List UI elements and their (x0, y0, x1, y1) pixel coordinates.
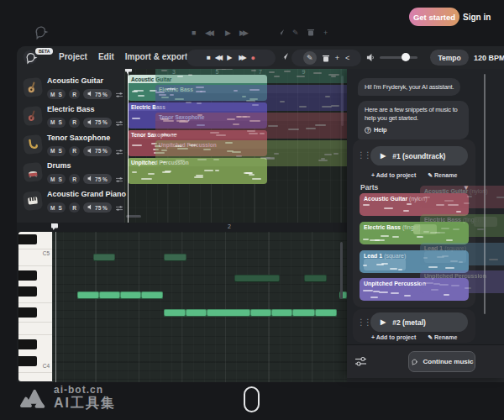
snippet1-add-to-project[interactable]: + Add to project (371, 172, 416, 179)
continue-music-button[interactable]: Continue music (408, 351, 475, 372)
sign-in-button[interactable]: Sign in (463, 13, 491, 22)
piano-note[interactable] (93, 254, 115, 261)
black-key[interactable] (18, 356, 37, 366)
solo-button[interactable]: S (59, 176, 62, 182)
master-volume-slider[interactable] (380, 56, 417, 59)
solo-button[interactable]: S (59, 92, 62, 97)
piano-note[interactable] (292, 309, 315, 317)
clip-drag-ghost-electric-bass[interactable]: Electric Bass (155, 85, 347, 111)
track-volume-pill[interactable]: 75 % (83, 174, 112, 184)
menu-edit[interactable]: Edit (98, 52, 114, 61)
arrangement-view[interactable]: 3579 Acoustic GuitarElectric BassTenor S… (124, 69, 347, 223)
generation-settings-icon[interactable] (354, 356, 367, 366)
assistant-scrollbar[interactable] (484, 74, 486, 314)
track-row[interactable]: Electric BassMSR75 % (17, 105, 124, 132)
piano-note[interactable] (141, 291, 163, 299)
piano-roll-grid[interactable] (52, 232, 347, 382)
part-card-lead-1[interactable]: Lead 1 (square) (360, 250, 469, 273)
record-arm-button[interactable]: R (69, 146, 80, 156)
menu-import-export[interactable]: Import & export (125, 52, 187, 61)
piano-note[interactable] (315, 309, 337, 317)
black-key[interactable] (18, 339, 37, 349)
solo-button[interactable]: S (59, 205, 62, 211)
speaker-icon[interactable] (366, 53, 375, 62)
record-button[interactable]: ● (251, 55, 255, 62)
mute-button[interactable]: M (50, 176, 55, 182)
rewind-button[interactable]: ◀◀ (215, 55, 220, 61)
track-settings-icon[interactable] (116, 87, 123, 102)
mute-solo-buttons[interactable]: MS (47, 202, 66, 213)
pointer-tool-icon[interactable] (281, 52, 289, 60)
tempo-value[interactable]: 120 BPM (474, 54, 504, 62)
piano-note[interactable] (250, 309, 271, 317)
piano-note[interactable] (120, 291, 141, 299)
track-volume-pill[interactable]: 75 % (83, 146, 112, 156)
track-settings-icon[interactable] (116, 144, 123, 159)
track-row[interactable]: Acoustic Grand PianoMSR75 % (17, 190, 124, 217)
help-link[interactable]: ? Help (365, 126, 462, 134)
part-card-electric-bass[interactable]: Electric Bass (finger) (360, 222, 469, 244)
snippet1-rename[interactable]: ✎ Rename (428, 172, 457, 179)
playhead-marker-icon[interactable] (124, 69, 133, 75)
stop-button[interactable]: ■ (207, 55, 208, 61)
track-row[interactable]: Tenor SaxophoneMSR75 % (17, 134, 124, 160)
mute-solo-buttons[interactable]: MS (47, 146, 66, 156)
record-arm-button[interactable]: R (69, 89, 80, 99)
piano-roll-ruler[interactable]: 2 (17, 223, 347, 232)
piano-note[interactable] (271, 309, 292, 317)
mute-solo-buttons[interactable]: MS (47, 118, 66, 128)
piano-note[interactable] (234, 275, 280, 282)
snippet2-play-button[interactable]: ▶ #2 (metal) (370, 312, 468, 332)
piano-note[interactable] (304, 275, 327, 282)
track-volume-pill[interactable]: 75 % (83, 89, 112, 99)
menu-project[interactable]: Project (59, 52, 87, 61)
piano-roll-playhead[interactable] (55, 232, 56, 382)
piano-keys[interactable]: C5 C4 (18, 232, 52, 381)
record-arm-button[interactable]: R (69, 118, 80, 128)
piano-note[interactable] (186, 309, 207, 317)
record-arm-button[interactable]: R (69, 202, 80, 213)
part-card-unpitched-percussion[interactable]: Unpitched Percussion (360, 278, 469, 301)
black-key[interactable] (18, 234, 37, 244)
play-button[interactable]: ▶ (227, 55, 232, 61)
arrangement-playhead[interactable] (128, 72, 129, 223)
piano-note[interactable] (164, 309, 186, 317)
snippet1-play-button[interactable]: ▶ #1 (soundtrack) (370, 146, 468, 165)
track-row[interactable]: DrumsMSR75 % (17, 161, 124, 188)
mute-button[interactable]: M (50, 148, 55, 154)
track-volume-pill[interactable]: 75 % (83, 202, 112, 213)
snippet2-rename[interactable]: ✎ Rename (428, 334, 457, 341)
add-tool-button[interactable]: + (335, 54, 339, 62)
solo-button[interactable]: S (59, 148, 62, 154)
mute-solo-buttons[interactable]: MS (47, 174, 66, 184)
snippet2-add-to-project[interactable]: + Add to project (371, 334, 416, 341)
part-card-acoustic-guitar[interactable]: Acoustic Guitar (nylon) (360, 193, 469, 216)
playhead-marker-icon[interactable] (50, 223, 59, 231)
piano-note[interactable] (207, 309, 250, 317)
mute-button[interactable]: M (50, 119, 55, 125)
pencil-tool-button[interactable]: ✎ (303, 51, 317, 65)
share-tool-button[interactable]: < (345, 54, 349, 62)
fast-forward-button[interactable]: ▶▶ (239, 55, 244, 61)
black-key[interactable] (18, 270, 37, 281)
black-key[interactable] (18, 286, 37, 297)
track-row[interactable]: Acoustic GuitarMSR75 % (17, 76, 124, 103)
mute-button[interactable]: M (50, 92, 55, 97)
mute-solo-buttons[interactable]: MS (47, 89, 66, 99)
clip-drag-ghost-tenor-saxophone[interactable]: Tenor Saxophone (155, 113, 347, 139)
solo-button[interactable]: S (59, 119, 62, 125)
mute-button[interactable]: M (50, 205, 55, 211)
piano-roll-vscrollbar[interactable] (340, 242, 343, 299)
black-key[interactable] (18, 307, 37, 318)
master-volume-knob[interactable] (402, 53, 410, 61)
clip-drag-ghost-unpitched-percussion[interactable]: Unpitched Percussion (155, 140, 347, 166)
piano-note[interactable] (164, 254, 186, 261)
track-settings-icon[interactable] (116, 171, 123, 186)
piano-note[interactable] (77, 291, 99, 299)
track-settings-icon[interactable] (116, 115, 123, 130)
track-settings-icon[interactable] (116, 200, 123, 215)
clip-drag-ghost-acoustic-guitar[interactable]: Acoustic Guitar (155, 69, 347, 83)
piano-note[interactable] (99, 291, 120, 299)
track-volume-pill[interactable]: 75 % (83, 118, 112, 128)
drag-handle-icon[interactable]: ⋮⋮ (357, 318, 370, 327)
